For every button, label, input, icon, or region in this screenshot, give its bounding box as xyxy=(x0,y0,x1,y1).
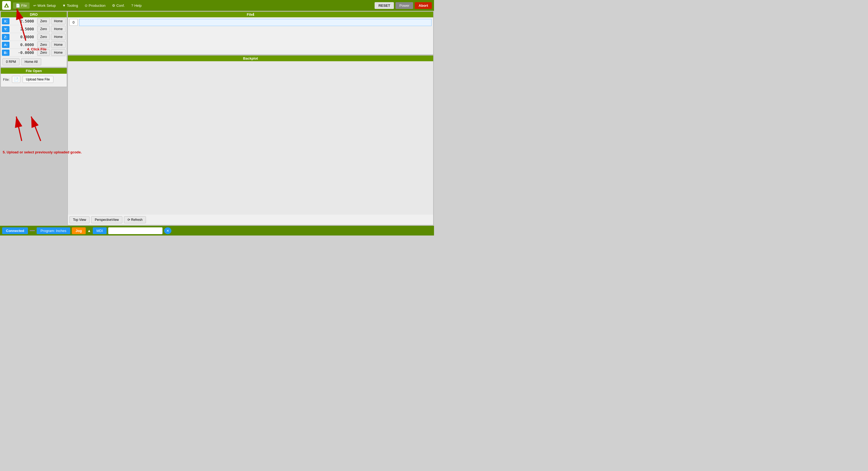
tooling-icon: ▼ xyxy=(62,3,66,8)
dro-value-b: -0.0000 xyxy=(10,51,36,55)
home-z-button[interactable]: Home xyxy=(51,34,66,40)
zero-z-button[interactable]: Zero xyxy=(37,34,50,40)
main-content: DRO X: 2.5000 Zero Home Y: 2.5000 Zero H… xyxy=(0,11,434,226)
backplot-panel: Backplot Top View PerspectiveView ⟳ Refr… xyxy=(67,55,433,225)
dro-panel: DRO X: 2.5000 Zero Home Y: 2.5000 Zero H… xyxy=(1,11,67,67)
dro-row-b: B: -0.0000 Zero Home xyxy=(1,49,67,57)
zero-a-button[interactable]: Zero xyxy=(37,41,50,48)
dro-row-x: X: 2.5000 Zero Home xyxy=(1,18,67,25)
zero-y-button[interactable]: Zero xyxy=(37,26,50,32)
home-y-button[interactable]: Home xyxy=(51,26,66,32)
abort-button[interactable]: Abort xyxy=(415,2,432,9)
nav-right-buttons: RESET Power Abort xyxy=(375,2,432,9)
help-icon: ? xyxy=(131,3,133,8)
file-open-row: File: 📄 Upload New File xyxy=(1,74,67,85)
file-panel-body: 0 xyxy=(68,18,433,28)
backplot-footer: Top View PerspectiveView ⟳ Refresh xyxy=(68,215,433,225)
nav-production[interactable]: ⊙ Production xyxy=(82,2,108,9)
home-all-button[interactable]: Home All xyxy=(21,58,41,65)
axis-label-y: Y: xyxy=(2,26,9,32)
nav-tooling-label: Tooling xyxy=(67,3,78,8)
dro-value-z: 0.0000 xyxy=(10,35,36,39)
status-bar: Connected Program: Inches Jog ▲ MDI ✕ xyxy=(0,226,434,236)
dro-value-y: 2.5000 xyxy=(10,27,36,31)
home-b-button[interactable]: Home xyxy=(51,49,66,56)
nav-file-label: File xyxy=(21,3,27,8)
perspective-view-button[interactable]: PerspectiveView xyxy=(91,216,122,223)
axis-label-a: A: xyxy=(2,42,9,48)
refresh-button[interactable]: ⟳ Refresh xyxy=(124,216,146,223)
zero-x-button[interactable]: Zero xyxy=(37,18,50,24)
navbar: 📄 File ↩ Work Setup ▼ Tooling ⊙ Producti… xyxy=(0,0,434,11)
dro-title: DRO xyxy=(30,12,38,16)
file-open-header: File Open xyxy=(1,68,67,74)
clear-mdi-button[interactable]: ✕ xyxy=(164,227,172,234)
file-open-panel: File Open File: 📄 Upload New File xyxy=(1,68,67,87)
file-path-input[interactable] xyxy=(79,19,432,26)
dro-bottom-row: 0 RPM Home All xyxy=(1,57,67,67)
reset-button[interactable]: RESET xyxy=(375,2,394,9)
file-open-title: File Open xyxy=(26,69,42,73)
nav-help-label: Help xyxy=(134,3,142,8)
right-panel: File ℹ 0 Backplot Top View PerspectiveVi… xyxy=(67,11,433,225)
file-nav-icon: 📄 xyxy=(16,3,20,8)
file-browse-button[interactable]: 📄 xyxy=(12,76,20,83)
connected-status: Connected xyxy=(2,227,28,234)
dro-value-a: 0.0000 xyxy=(10,42,36,47)
jog-status[interactable]: Jog xyxy=(72,227,86,234)
nav-work-setup-label: Work Setup xyxy=(37,3,56,8)
rpm-button[interactable]: 0 RPM xyxy=(2,58,20,65)
app-wrapper: 📄 File ↩ Work Setup ▼ Tooling ⊙ Producti… xyxy=(0,0,434,236)
nav-conf-label: Conf. xyxy=(116,3,125,8)
dro-value-x: 2.5000 xyxy=(10,19,36,23)
axis-label-b: B: xyxy=(2,49,9,56)
nav-conf[interactable]: ⚙ Conf. xyxy=(109,2,127,9)
app-logo xyxy=(2,1,11,10)
file-panel-header: File ℹ xyxy=(68,12,433,18)
conf-icon: ⚙ xyxy=(112,3,115,8)
dro-row-z: Z: 0.0000 Zero Home xyxy=(1,33,67,41)
upload-new-file-button[interactable]: Upload New File xyxy=(23,76,54,83)
left-panel: DRO X: 2.5000 Zero Home Y: 2.5000 Zero H… xyxy=(1,11,67,225)
home-x-button[interactable]: Home xyxy=(51,18,66,24)
file-label: File: xyxy=(3,77,10,81)
power-button[interactable]: Power xyxy=(396,2,413,9)
svg-point-1 xyxy=(6,5,7,7)
backplot-header: Backplot xyxy=(68,56,433,61)
dro-row-a: A: 0.0000 Zero Home xyxy=(1,41,67,49)
production-icon: ⊙ xyxy=(85,3,88,8)
file-panel: File ℹ 0 xyxy=(67,11,433,55)
file-info-icon: ℹ xyxy=(253,12,254,16)
arrow-up-icon: ▲ xyxy=(87,229,91,233)
axis-label-x: X: xyxy=(2,18,9,24)
top-view-button[interactable]: Top View xyxy=(69,216,90,223)
nav-tooling[interactable]: ▼ Tooling xyxy=(60,2,81,9)
backplot-title: Backplot xyxy=(243,56,258,61)
backplot-body xyxy=(68,61,433,215)
nav-production-label: Production xyxy=(89,3,105,8)
home-a-button[interactable]: Home xyxy=(51,41,66,48)
nav-help[interactable]: ? Help xyxy=(129,2,144,9)
mdi-input[interactable] xyxy=(108,227,162,234)
file-panel-title: File xyxy=(247,12,253,16)
dro-header: DRO xyxy=(1,12,67,18)
nav-work-setup[interactable]: ↩ Work Setup xyxy=(31,2,59,9)
zero-b-button[interactable]: Zero xyxy=(37,49,50,56)
file-index: 0 xyxy=(69,19,78,26)
status-separator xyxy=(30,230,35,231)
dro-row-y: Y: 2.5000 Zero Home xyxy=(1,25,67,33)
program-status: Program: Inches xyxy=(37,227,70,234)
nav-file[interactable]: 📄 File xyxy=(13,2,30,9)
axis-label-z: Z: xyxy=(2,34,9,40)
mdi-status: MDI xyxy=(93,227,107,234)
work-setup-icon: ↩ xyxy=(33,3,36,8)
